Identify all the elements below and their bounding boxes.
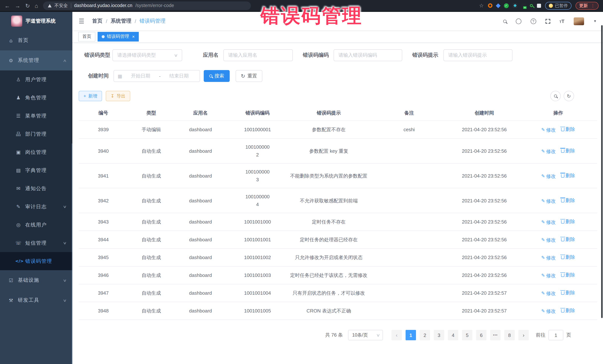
sidebar-item-infrastructure[interactable]: ☑ 基础设施 ∨ xyxy=(0,270,72,290)
edit-button[interactable]: ✎修改 xyxy=(541,126,556,134)
edit-button[interactable]: ✎修改 xyxy=(541,307,556,315)
delete-button[interactable]: 删除 xyxy=(561,218,575,225)
prev-page-button[interactable]: ‹ xyxy=(392,330,402,340)
page-unit-label: 页 xyxy=(566,332,571,338)
code-icon: </> xyxy=(15,259,22,264)
page-button[interactable]: 4 xyxy=(448,330,458,340)
page-button[interactable]: 5 xyxy=(462,330,472,340)
breadcrumb-home[interactable]: 首页 xyxy=(92,18,103,24)
browser-menu-icon[interactable]: ⋮ xyxy=(591,3,595,8)
sidebar-item-dev-tools[interactable]: ⚒ 研发工具 ∨ xyxy=(0,290,72,310)
home-icon[interactable]: ⌂ xyxy=(35,3,38,8)
tag-error-code[interactable]: 错误码管理 × xyxy=(98,32,139,41)
reset-button[interactable]: ↻ 重置 xyxy=(236,70,262,82)
user-avatar[interactable] xyxy=(574,17,584,25)
bookmark-star-icon[interactable]: ☆ xyxy=(479,3,484,9)
tag-error-code-label: 错误码管理 xyxy=(107,33,129,40)
extension-icon[interactable] xyxy=(496,3,500,8)
show-search-button[interactable] xyxy=(550,91,561,101)
date-range-input[interactable]: ▦ 开始日期 - 结束日期 xyxy=(114,70,200,82)
sidebar-scrollbar[interactable] xyxy=(72,143,72,364)
edit-button[interactable]: ✎修改 xyxy=(541,254,556,262)
add-button[interactable]: + 新增 xyxy=(79,91,102,101)
extension-icon[interactable]: ✓ xyxy=(504,3,509,8)
goto-page-input[interactable]: 1 xyxy=(548,330,563,340)
delete-button[interactable]: 删除 xyxy=(561,271,575,279)
forward-icon[interactable]: → xyxy=(15,3,20,8)
filter-app-group: 应用名 请输入应用名 xyxy=(203,49,293,61)
delete-button[interactable]: 删除 xyxy=(561,196,575,204)
cell-time: 2021-04-20 23:52:56 xyxy=(449,138,519,163)
type-select[interactable]: 请选择错误码类型 ∨ xyxy=(112,49,182,61)
reload-icon[interactable]: ↻ xyxy=(25,3,30,8)
sidebar-item-audit-log[interactable]: ✎ 审计日志 ∨ xyxy=(0,198,72,216)
pages-more-button[interactable]: ••• xyxy=(490,330,500,340)
cell-time: 2021-04-20 23:52:56 xyxy=(449,163,519,188)
delete-button[interactable]: 删除 xyxy=(561,235,575,243)
edit-button[interactable]: ✎修改 xyxy=(541,272,556,279)
github-icon[interactable] xyxy=(516,18,521,24)
cell-memo xyxy=(369,231,449,249)
search-button[interactable]: 搜索 xyxy=(204,70,230,82)
search-icon[interactable] xyxy=(503,20,506,23)
sidebar-item-org-tree[interactable]: 品 部门管理 xyxy=(0,125,72,143)
profile-paused-chip[interactable]: 已暂停 xyxy=(545,2,571,10)
sidebar-item-dictionary[interactable]: ▤ 字典管理 xyxy=(0,161,72,179)
export-button[interactable]: ↧ 导出 xyxy=(106,91,130,101)
delete-button[interactable]: 删除 xyxy=(561,171,575,179)
next-page-button[interactable]: › xyxy=(518,330,529,340)
sidebar-item-badge[interactable]: ▣ 岗位管理 xyxy=(0,143,72,161)
delete-button[interactable]: 删除 xyxy=(561,289,575,297)
extension-icon[interactable] xyxy=(521,3,526,8)
edit-button[interactable]: ✎修改 xyxy=(541,218,556,226)
extension-icon[interactable] xyxy=(530,4,533,7)
app-input[interactable]: 请输入应用名 xyxy=(223,49,293,61)
tag-home[interactable]: 首页 xyxy=(78,32,95,41)
sidebar-item-gear[interactable]: ⚙ 系统管理 ∧ xyxy=(0,50,72,70)
breadcrumb-separator: / xyxy=(106,18,107,24)
window-scrollbar[interactable] xyxy=(601,25,603,318)
delete-button[interactable]: 删除 xyxy=(561,125,575,133)
font-size-icon[interactable]: TT xyxy=(559,18,564,24)
hint-input[interactable]: 请输入错误码提示 xyxy=(443,49,512,61)
sidebar-item-online[interactable]: ◎ 在线用户 xyxy=(0,216,72,234)
app-input-placeholder: 请输入应用名 xyxy=(228,52,257,59)
fullscreen-icon[interactable] xyxy=(545,19,550,23)
page-button[interactable]: 3 xyxy=(434,330,444,340)
edit-button[interactable]: ✎修改 xyxy=(541,172,556,180)
edit-button[interactable]: ✎修改 xyxy=(541,197,556,205)
breadcrumb-system[interactable]: 系统管理 xyxy=(111,18,131,24)
sidebar-toggle-icon[interactable]: ☰ xyxy=(79,17,84,25)
close-icon[interactable]: × xyxy=(132,34,135,39)
edit-button[interactable]: ✎修改 xyxy=(541,289,556,297)
help-icon[interactable]: ? xyxy=(531,18,536,24)
sidebar-item-home[interactable]: ⌂ 首页 xyxy=(0,30,72,50)
page-button[interactable]: 2 xyxy=(420,330,430,340)
sidebar-item-users[interactable]: ♟ 角色管理 xyxy=(0,88,72,107)
delete-button[interactable]: 删除 xyxy=(561,307,575,314)
sidebar-item-sms[interactable]: ☏ 短信管理 ∨ xyxy=(0,234,72,252)
app-logo-row[interactable]: 芋道管理系统 xyxy=(0,12,72,30)
extension-icon[interactable] xyxy=(488,3,492,8)
delete-button[interactable]: 删除 xyxy=(561,253,575,261)
page-button[interactable]: 1 xyxy=(406,330,416,340)
browser-update-button[interactable]: 更新 ⋮ xyxy=(576,2,599,10)
refresh-table-button[interactable]: ↻ xyxy=(564,91,574,101)
page-button[interactable]: 8 xyxy=(504,330,515,340)
sidebar-item-announcement[interactable]: ✉ 通知公告 xyxy=(0,179,72,198)
sidebar-item-user[interactable]: ♙ 用户管理 xyxy=(0,70,72,88)
edit-button[interactable]: ✎修改 xyxy=(541,236,556,244)
chevron-down-icon[interactable]: ▼ xyxy=(593,19,597,23)
table-tools: ↻ xyxy=(550,91,597,101)
extensions-menu-icon[interactable] xyxy=(537,3,541,8)
edit-button[interactable]: ✎修改 xyxy=(541,147,556,155)
sidebar-item-menu-list[interactable]: ☰ 菜单管理 xyxy=(0,107,72,125)
address-bar[interactable]: 不安全 dashboard.yudao.iocoder.cn/system/er… xyxy=(43,1,251,10)
extension-icon[interactable] xyxy=(513,3,517,8)
code-input[interactable]: 请输入错误码编码 xyxy=(334,49,402,61)
page-button[interactable]: 6 xyxy=(476,330,487,340)
back-icon[interactable]: ← xyxy=(4,3,10,8)
page-size-select[interactable]: 10条/页 ∨ xyxy=(348,330,383,340)
sidebar-item-code[interactable]: </> 错误码管理 xyxy=(0,252,72,270)
delete-button[interactable]: 删除 xyxy=(561,147,575,154)
